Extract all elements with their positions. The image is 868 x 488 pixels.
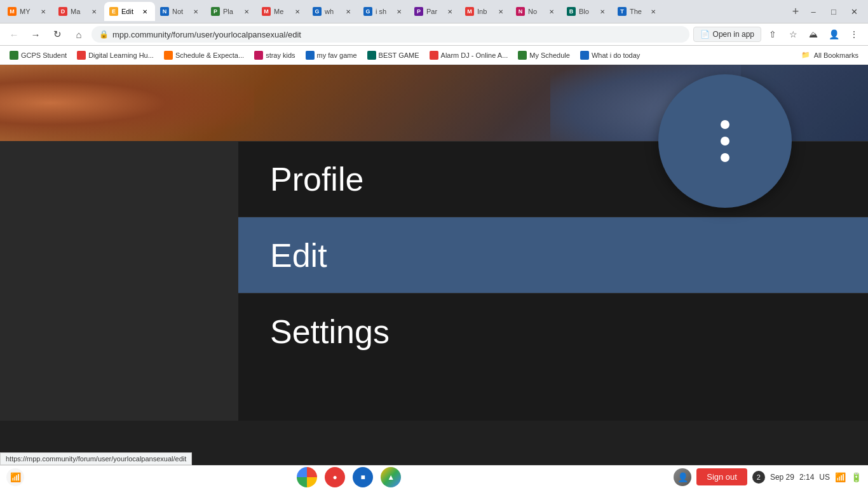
notification-badge[interactable]: 2 bbox=[752, 471, 765, 484]
browser-tab-tab-blo[interactable]: B Blo ✕ bbox=[562, 2, 613, 21]
bookmark-favicon bbox=[306, 51, 315, 60]
taskbar-app-screen[interactable]: ■ bbox=[353, 467, 373, 487]
tab-close-button[interactable]: ✕ bbox=[648, 6, 658, 17]
browser-tab-tab-pla[interactable]: P Pla ✕ bbox=[206, 2, 257, 21]
window-controls: – □ ✕ bbox=[804, 3, 868, 20]
taskbar-user-avatar[interactable]: 👤 bbox=[674, 468, 691, 486]
browser-tab-tab-wh[interactable]: G wh ✕ bbox=[308, 2, 358, 21]
tab-close-button[interactable]: ✕ bbox=[597, 6, 607, 17]
bookmark-label: stray kids bbox=[266, 51, 295, 59]
home-button[interactable]: ⌂ bbox=[70, 25, 88, 43]
browser-tab-tab-my[interactable]: M MY ✕ bbox=[3, 2, 53, 21]
new-tab-button[interactable]: + bbox=[787, 3, 804, 20]
taskbar-locale: US bbox=[819, 473, 830, 482]
browser-tab-tab-mer[interactable]: M Me ✕ bbox=[257, 2, 308, 21]
taskbar-left: 📶 bbox=[0, 468, 24, 486]
tab-close-button[interactable]: ✕ bbox=[292, 6, 302, 17]
bookmark-bm-fav[interactable]: my fav game bbox=[301, 49, 362, 62]
bookmark-bm-sched[interactable]: Schedule & Expecta... bbox=[159, 49, 248, 62]
taskbar-right: 👤 Sign out 2 Sep 29 2:14 US 📶 🔋 bbox=[674, 468, 868, 486]
tab-favicon: G bbox=[363, 7, 372, 16]
bookmark-favicon bbox=[254, 51, 263, 60]
bookmark-label: my fav game bbox=[317, 51, 357, 59]
tab-close-button[interactable]: ✕ bbox=[140, 6, 150, 17]
bookmark-favicon bbox=[164, 51, 173, 60]
profile-avatar[interactable] bbox=[658, 74, 792, 208]
bookmark-label: My Schedule bbox=[529, 51, 570, 59]
bookmark-bm-stray[interactable]: stray kids bbox=[250, 49, 299, 62]
browser-tab-tab-edit[interactable]: E Edit ✕ bbox=[104, 2, 155, 21]
signal-icon: 📶 bbox=[835, 472, 846, 482]
forward-button[interactable]: → bbox=[27, 25, 44, 43]
folder-icon: 📁 bbox=[801, 51, 810, 59]
taskbar-app-red[interactable]: ● bbox=[325, 467, 345, 487]
bookmark-bm-d2l[interactable]: Digital Learning Hu... bbox=[72, 49, 158, 62]
tab-title: Me bbox=[274, 8, 289, 15]
tab-close-button[interactable]: ✕ bbox=[89, 6, 99, 17]
browser-tab-tab-ish[interactable]: G i sh ✕ bbox=[358, 2, 409, 21]
all-bookmarks-label: All Bookmarks bbox=[814, 51, 858, 59]
refresh-button[interactable]: ↻ bbox=[48, 25, 66, 43]
bookmark-bm-best[interactable]: BEST GAME bbox=[363, 49, 424, 62]
tab-close-button[interactable]: ✕ bbox=[191, 6, 201, 17]
restore-button[interactable]: □ bbox=[825, 3, 843, 20]
browser-tab-tab-par[interactable]: P Par ✕ bbox=[409, 2, 460, 21]
tab-favicon: N bbox=[160, 7, 169, 16]
browser-tab-tab-no2[interactable]: N No ✕ bbox=[511, 2, 562, 21]
taskbar-date: Sep 29 bbox=[770, 473, 794, 482]
share-button[interactable]: ⇧ bbox=[764, 25, 782, 43]
open-in-app-label: Open in app bbox=[713, 30, 754, 39]
all-bookmarks-button[interactable]: 📁 All Bookmarks bbox=[797, 49, 863, 61]
dot-1 bbox=[721, 120, 729, 129]
bookmark-bm-alarm[interactable]: Alarm DJ - Online A... bbox=[425, 49, 513, 62]
tab-close-button[interactable]: ✕ bbox=[445, 6, 455, 17]
profile-button[interactable]: 👤 bbox=[825, 25, 843, 43]
bookmark-label: What i do today bbox=[592, 51, 640, 59]
bookmark-label: Alarm DJ - Online A... bbox=[441, 51, 508, 59]
bookmark-bm-gcps[interactable]: GCPS Student bbox=[5, 49, 71, 62]
status-bar-url: https://mpp.community/forum/user/yourloc… bbox=[0, 452, 192, 465]
tab-close-button[interactable]: ✕ bbox=[38, 6, 48, 17]
tab-close-button[interactable]: ✕ bbox=[496, 6, 506, 17]
tab-close-button[interactable]: ✕ bbox=[343, 6, 353, 17]
menu-item-menu-settings[interactable]: Settings bbox=[238, 294, 868, 370]
extensions-button[interactable]: ⛰ bbox=[804, 25, 822, 43]
browser-tab-tab-d2l[interactable]: D Ma ✕ bbox=[53, 2, 104, 21]
status-url-text: https://mpp.community/forum/user/yourloc… bbox=[6, 455, 186, 463]
dot-3 bbox=[721, 153, 729, 162]
tab-title: Pla bbox=[223, 8, 238, 15]
close-button[interactable]: ✕ bbox=[845, 3, 863, 20]
bookmark-favicon bbox=[518, 51, 527, 60]
browser-tab-tab-the[interactable]: T The ✕ bbox=[613, 2, 663, 21]
tab-favicon: N bbox=[516, 7, 525, 16]
tab-favicon: P bbox=[414, 7, 423, 16]
browser-tab-tab-inb[interactable]: M Inb ✕ bbox=[460, 2, 511, 21]
browser-tab-tab-not[interactable]: N Not ✕ bbox=[155, 2, 206, 21]
open-in-app-button[interactable]: 📄 Open in app bbox=[693, 27, 761, 42]
tab-favicon: D bbox=[58, 7, 67, 16]
bookmark-label: Schedule & Expecta... bbox=[175, 51, 244, 59]
more-menu-button[interactable]: ⋮ bbox=[845, 25, 863, 43]
sign-out-button[interactable]: Sign out bbox=[696, 468, 747, 485]
taskbar-chrome-button[interactable] bbox=[297, 467, 317, 487]
bookmark-favicon bbox=[77, 51, 86, 60]
bookmark-star-button[interactable]: ☆ bbox=[784, 25, 802, 43]
taskbar-time: 2:14 bbox=[799, 473, 814, 482]
tab-close-button[interactable]: ✕ bbox=[241, 6, 252, 17]
tab-title: The bbox=[630, 8, 645, 15]
bookmark-label: GCPS Student bbox=[21, 51, 67, 59]
bookmark-bm-mysched[interactable]: My Schedule bbox=[513, 49, 574, 62]
bookmark-bm-what[interactable]: What i do today bbox=[576, 49, 644, 62]
menu-item-label: Profile bbox=[270, 160, 363, 198]
minimize-button[interactable]: – bbox=[804, 3, 822, 20]
tab-favicon: M bbox=[465, 7, 474, 16]
address-bar[interactable]: 🔒 mpp.community/forum/user/yourlocalpans… bbox=[92, 26, 689, 43]
tab-close-button[interactable]: ✕ bbox=[394, 6, 404, 17]
back-button[interactable]: ← bbox=[5, 25, 23, 43]
chrome-frame: M MY ✕ D Ma ✕ E Edit ✕ N Not ✕ P Pla ✕ M… bbox=[0, 0, 868, 65]
tab-favicon: P bbox=[211, 7, 220, 16]
tab-close-button[interactable]: ✕ bbox=[546, 6, 557, 17]
tab-favicon: M bbox=[262, 7, 271, 16]
menu-item-menu-edit[interactable]: Edit bbox=[238, 217, 868, 294]
taskbar-drive-button[interactable]: ▲ bbox=[381, 467, 401, 487]
